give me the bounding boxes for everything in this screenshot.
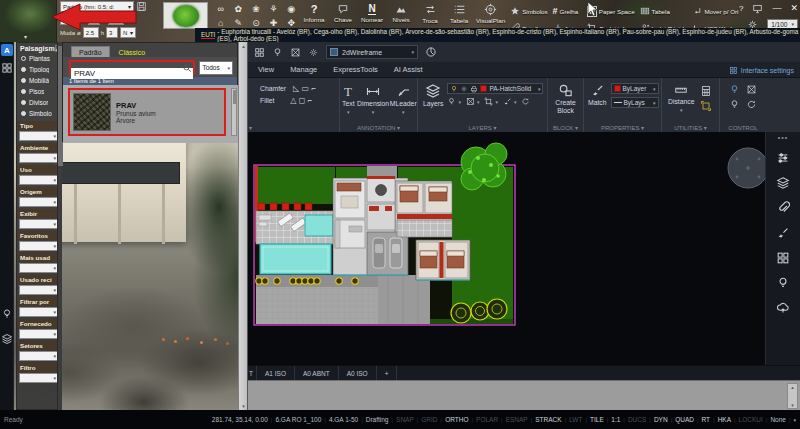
view-compass[interactable] xyxy=(728,148,765,188)
panel-footer-block[interactable]: BLOCK ▾ xyxy=(548,124,583,131)
result-item[interactable]: PRAV Prunus avium Árvore xyxy=(68,88,226,136)
measure-icon[interactable]: ⊙ xyxy=(252,18,260,28)
toggle-tile[interactable]: TILE xyxy=(582,416,603,423)
scroll-down-icon[interactable]: ▾ xyxy=(791,402,794,408)
toggle-strack[interactable]: STRACK xyxy=(528,416,562,423)
layer-lock-button[interactable]: ▾ xyxy=(484,97,498,106)
link-icon[interactable]: ∞ xyxy=(218,4,224,14)
lamp-icon[interactable] xyxy=(776,276,790,290)
home-icon[interactable]: ⌂ xyxy=(218,18,223,28)
distance-button[interactable]: Distance▾ xyxy=(668,83,694,113)
toggle-lockui[interactable]: LOCKUI xyxy=(731,416,763,423)
category-plantas[interactable]: Plantas xyxy=(17,53,61,64)
search-icon[interactable] xyxy=(182,63,192,73)
cloud-upload-icon[interactable] xyxy=(776,301,790,315)
lightbulb-icon[interactable] xyxy=(1,308,13,320)
adjust-sliders-icon[interactable] xyxy=(776,151,790,165)
filter-dropdown-origem[interactable]: ▾ xyxy=(19,197,59,207)
color-bylayer-dropdown[interactable]: ByLayer▾ xyxy=(611,83,659,94)
light-toggle-icon[interactable] xyxy=(272,47,283,58)
command-line-area[interactable]: ▴▾ xyxy=(248,380,800,410)
tab-manage[interactable]: Manage xyxy=(290,65,317,74)
palette-window-edge-scrollbar[interactable]: ▴▾ xyxy=(238,42,248,410)
panels-icon[interactable] xyxy=(1,62,13,74)
layout-tab-partial[interactable]: T xyxy=(248,366,257,380)
species-photo-thumbnail[interactable]: ▾ xyxy=(0,0,57,42)
scale-preset-b[interactable]: 4.GA 1-50 xyxy=(321,416,358,423)
filter-dropdown-filtrar-por[interactable]: ▾ xyxy=(19,307,59,317)
id-point-icon[interactable] xyxy=(700,100,712,112)
visualplan-button[interactable]: VisualPlan xyxy=(476,1,505,24)
status-menu-chevron[interactable]: ▾ xyxy=(786,417,796,423)
panel-footer-annotation[interactable]: ANNOTATION ▾ xyxy=(340,124,417,131)
informa-button[interactable]: ?Informa xyxy=(302,1,326,23)
category-mobiliario[interactable]: Mobiliá xyxy=(17,75,61,86)
filter-dropdown-usado-recentemente[interactable]: ▾ xyxy=(19,285,59,295)
filter-dropdown-mais-usados[interactable]: ▾ xyxy=(19,263,59,273)
niveis-button[interactable]: Níveis xyxy=(389,1,413,23)
blocks-grid-icon[interactable] xyxy=(776,251,790,265)
sprout-icon[interactable]: ⚘ xyxy=(270,4,278,14)
panel-footer-control[interactable]: CONTROL xyxy=(720,125,766,131)
toggle-polar[interactable]: POLAR xyxy=(468,416,498,423)
layout-tab-a0-abnt[interactable]: A0 ABNT xyxy=(295,366,339,380)
toggle-ortho[interactable]: ORTHO xyxy=(438,416,469,423)
compass-icon[interactable] xyxy=(425,46,437,58)
toggle-grid[interactable]: GRID xyxy=(414,416,438,423)
tab-classico[interactable]: Clássico xyxy=(112,47,152,57)
tab-ai-assist[interactable]: AI Assist xyxy=(394,65,423,74)
layers-icon[interactable] xyxy=(776,176,790,190)
edit-icon[interactable]: ✎ xyxy=(235,18,243,28)
toggle-ducs[interactable]: DUCS xyxy=(620,416,646,423)
layer-prev-button[interactable] xyxy=(521,97,530,106)
layout-tab-a0-iso[interactable]: A0 ISO xyxy=(339,366,377,380)
paint-hatch-icon[interactable] xyxy=(776,226,790,240)
filter-dropdown-tipo[interactable]: ▾ xyxy=(19,131,59,141)
drawing-canvas[interactable] xyxy=(248,132,765,365)
dimension-button[interactable]: Dimension▾ xyxy=(357,83,389,115)
control-cycle-icon[interactable] xyxy=(746,99,757,110)
chave-button[interactable]: Chave xyxy=(331,1,355,23)
results-scrollbar[interactable] xyxy=(231,88,237,136)
toggle-hka[interactable]: HKA xyxy=(710,416,731,423)
monitor-icon[interactable] xyxy=(752,3,763,14)
fillet-button[interactable]: Fillet△ ◻ ⌐ xyxy=(260,96,339,105)
interface-settings-button[interactable]: Interface settings xyxy=(729,62,794,78)
troca-button[interactable]: Troca xyxy=(418,1,442,24)
toggle-esnap[interactable]: ESNAP xyxy=(498,416,528,423)
tab-padrao[interactable]: Padrão xyxy=(71,46,110,57)
structure-icon[interactable] xyxy=(1,333,13,345)
workspace-switch[interactable]: Drafting xyxy=(358,416,388,423)
toggle-lwt[interactable]: LWT xyxy=(562,416,583,423)
toggle-1-1[interactable]: 1:1 xyxy=(604,416,621,423)
filter-dropdown-setores[interactable]: ▾ xyxy=(19,351,59,361)
mleader-button[interactable]: MLeader▾ xyxy=(390,83,417,115)
nomear-button[interactable]: NNomear xyxy=(360,1,384,23)
render-mode-icon[interactable] xyxy=(290,47,301,58)
tab-view[interactable]: View xyxy=(258,65,274,74)
close-button[interactable]: ✕ xyxy=(790,3,798,13)
blossom-icon[interactable]: ❀ xyxy=(252,4,260,14)
linetype-bylayer-dropdown[interactable]: ByLays▾ xyxy=(611,97,659,108)
toggle-snap[interactable]: SNAP xyxy=(388,416,413,423)
layer-freeze-button[interactable]: ▾ xyxy=(466,97,480,106)
filter-dropdown-uso[interactable]: ▾ xyxy=(19,175,59,185)
layer-state-dropdown[interactable]: PA-HatchSolid ▾ xyxy=(447,83,543,94)
viewport-config-icon[interactable] xyxy=(254,47,265,58)
layer-match-button[interactable]: ▾ xyxy=(503,97,517,106)
panel-footer-modify[interactable]: MODIFY ▾ xyxy=(248,124,294,131)
layout-tab-add[interactable]: + xyxy=(377,366,398,380)
control-lights-icon[interactable] xyxy=(729,84,740,95)
group-icon[interactable]: ◉ xyxy=(287,4,295,14)
filter-dropdown-fornecedor[interactable]: ▾ xyxy=(19,329,59,339)
tabela-grid-button[interactable]: Tabela xyxy=(640,4,688,18)
tab-expresstools[interactable]: ExpressTools xyxy=(333,65,378,74)
flower-icon[interactable]: ✿ xyxy=(235,4,243,14)
category-simbolos[interactable]: Simbolo xyxy=(17,108,61,119)
filter-dropdown-ambiente[interactable]: ▾ xyxy=(19,153,59,163)
grelha-button[interactable]: #Grelha xyxy=(553,4,583,18)
panel-footer-properties[interactable]: PROPERTIES ▾ xyxy=(584,124,661,131)
control-lamp-icon[interactable] xyxy=(729,99,740,110)
control-boxes-icon[interactable] xyxy=(746,84,757,95)
sun-icon[interactable] xyxy=(308,47,319,58)
